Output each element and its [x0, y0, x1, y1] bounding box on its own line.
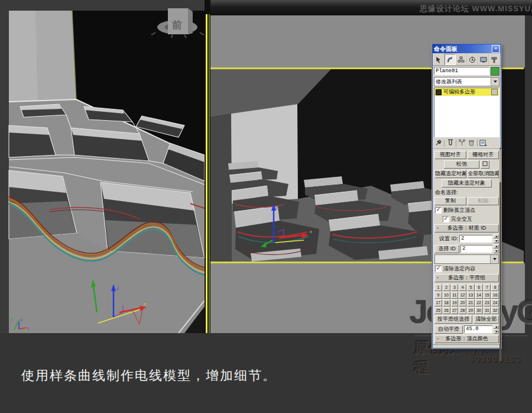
sg-cell[interactable]: 19 [451, 299, 459, 306]
sg-cell[interactable]: 4 [459, 284, 466, 291]
sg-cell[interactable]: 3 [451, 284, 459, 291]
relax-settings-button[interactable] [481, 160, 489, 169]
sg-cell[interactable]: 21 [467, 299, 475, 306]
grid-align-button[interactable]: 栅格对齐 [468, 151, 499, 159]
sg-cell[interactable]: 8 [491, 284, 499, 291]
stack-visibility-icon[interactable] [491, 89, 498, 95]
sg-cell[interactable]: 18 [443, 299, 450, 306]
sg-cell[interactable]: 11 [451, 292, 459, 299]
tab-display[interactable] [478, 54, 489, 65]
rollup-collapse-icon[interactable]: - [437, 225, 439, 231]
spinner-down[interactable] [494, 239, 499, 243]
pin-stack-icon[interactable] [434, 139, 442, 147]
hide-unselected-button[interactable]: 隐藏未选定对象 [442, 179, 492, 188]
paste-button[interactable]: 粘贴 [468, 197, 499, 205]
rollup-collapse-icon[interactable]: - [437, 275, 439, 281]
stack-node-icon [436, 89, 442, 95]
spinner-up[interactable] [494, 325, 499, 329]
dropdown-button[interactable] [491, 78, 499, 86]
sg-cell[interactable]: 26 [443, 307, 450, 314]
copy-button[interactable]: 复制 [434, 197, 466, 205]
sg-cell[interactable]: 15 [484, 292, 491, 299]
rollup-collapse-icon[interactable]: - [437, 335, 439, 342]
auto-smooth-field[interactable]: 45.0 [464, 325, 492, 333]
sg-cell[interactable]: 10 [443, 292, 450, 299]
panel-title-bar[interactable]: 命令面板 × [433, 44, 501, 53]
sg-cell[interactable]: 1 [434, 284, 442, 291]
sg-cell[interactable]: 9 [434, 292, 442, 299]
chevron-down-icon [493, 258, 497, 262]
object-color-swatch[interactable] [491, 67, 499, 76]
clear-selection-checkbox[interactable] [435, 266, 442, 272]
settings-box-icon [482, 161, 488, 166]
sg-cell[interactable]: 13 [467, 292, 475, 299]
object-name-input[interactable] [434, 67, 489, 75]
spinner-up[interactable] [494, 244, 499, 249]
auto-smooth-row: 自动平滑 45.0 [434, 325, 499, 334]
stack-item-editable-poly[interactable]: 可编辑多边形 [434, 88, 499, 96]
set-id-field[interactable]: 2 [459, 235, 492, 243]
modifier-list-dropdown[interactable]: 修改器列表 [434, 77, 499, 86]
spinner-down[interactable] [494, 330, 499, 334]
unhide-all-button[interactable]: 全部取消隐藏 [468, 170, 499, 178]
sg-cell[interactable]: 28 [459, 307, 466, 314]
sg-cell[interactable]: 25 [434, 307, 442, 314]
sg-cell[interactable]: 22 [475, 299, 483, 306]
viewport-divider[interactable] [205, 0, 210, 333]
tab-hierarchy[interactable] [456, 54, 467, 65]
panel-scrollbar[interactable] [499, 148, 501, 361]
tab-motion[interactable] [467, 54, 478, 65]
modify-icon [447, 56, 454, 63]
sg-cell[interactable]: 17 [434, 299, 442, 306]
sg-cell[interactable]: 16 [491, 292, 499, 299]
grid-structure [9, 99, 205, 333]
relax-button[interactable]: 松弛 [444, 160, 479, 169]
spinner-up[interactable] [494, 234, 499, 238]
scrollbar-thumb[interactable] [499, 149, 501, 182]
close-icon[interactable]: × [492, 45, 499, 53]
hide-selected-button[interactable]: 隐藏选定对象 [434, 170, 466, 178]
delete-isolated-vertices-row: 删除孤立顶点 [435, 206, 499, 214]
material-id-rollup-header[interactable]: - 多边形：材质 ID [434, 224, 499, 233]
auto-smooth-button[interactable]: 自动平滑 [434, 325, 463, 334]
sg-cell[interactable]: 32 [491, 307, 499, 314]
view-align-button[interactable]: 视图对齐 [434, 151, 466, 159]
spinner-down[interactable] [494, 249, 499, 253]
sg-cell[interactable]: 2 [443, 284, 450, 291]
sg-cell[interactable]: 5 [467, 284, 475, 291]
sg-cell[interactable]: 7 [484, 284, 491, 291]
gizmo-z-label: z [116, 286, 119, 291]
configure-modifier-sets-icon[interactable] [479, 139, 488, 147]
tab-modify[interactable] [445, 54, 456, 65]
select-id-field[interactable]: 2 [460, 245, 492, 253]
tab-utilities[interactable] [489, 54, 500, 65]
select-id-button[interactable]: 选择 ID [434, 245, 459, 253]
select-by-sg-button[interactable]: 按平滑组选择 [434, 315, 472, 324]
material-name-dropdown[interactable] [434, 254, 499, 264]
modifier-list-label: 修改器列表 [434, 78, 491, 86]
sg-cell[interactable]: 12 [459, 292, 466, 299]
viewport-left-perspective[interactable]: z x y z x 前 [0, 0, 210, 333]
modifier-stack[interactable]: 可编辑多边形 [434, 88, 499, 137]
tab-create[interactable] [433, 54, 445, 65]
show-end-result-icon[interactable] [446, 139, 454, 147]
sg-cell[interactable]: 31 [484, 307, 491, 314]
smoothing-groups-rollup-header[interactable]: - 多边形：平滑组 [434, 274, 499, 282]
remove-modifier-icon[interactable] [468, 139, 475, 147]
make-unique-icon[interactable] [458, 139, 466, 147]
sg-cell[interactable]: 27 [451, 307, 459, 314]
screenshot-root: 思缘设计论坛 WWW.MISSYUAN.COM [0, 0, 532, 413]
sg-cell[interactable]: 6 [475, 284, 483, 291]
delete-isolated-vertices-checkbox[interactable] [435, 207, 442, 214]
dropdown-button[interactable] [490, 255, 498, 263]
sg-cell[interactable]: 29 [467, 307, 475, 314]
sg-cell[interactable]: 20 [459, 299, 466, 306]
sg-cell[interactable]: 23 [484, 299, 491, 306]
full-interactivity-checkbox[interactable] [443, 216, 449, 222]
vertex-colors-rollup-header[interactable]: - 多边形：顶点颜色 [434, 335, 499, 343]
clear-all-button[interactable]: 清除全部 [473, 315, 499, 324]
front-label: 前 [172, 20, 182, 31]
sg-cell[interactable]: 14 [475, 292, 483, 299]
sg-cell[interactable]: 30 [475, 307, 483, 314]
sg-cell[interactable]: 24 [491, 299, 499, 306]
